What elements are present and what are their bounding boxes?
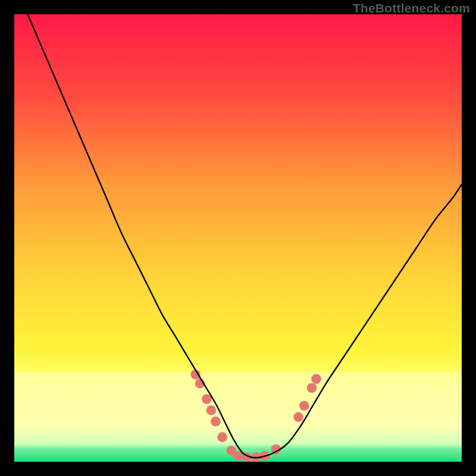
watermark-text: TheBottleneck.com — [353, 1, 470, 15]
highlight-dot — [293, 412, 303, 422]
highlight-dot — [311, 374, 321, 384]
bottleneck-chart — [14, 14, 462, 462]
highlight-dot — [202, 394, 212, 404]
highlight-dot — [211, 416, 221, 427]
highlight-dot — [206, 405, 217, 415]
highlight-dot — [299, 401, 309, 411]
gradient-background — [14, 14, 462, 462]
highlight-dot — [217, 432, 227, 442]
highlight-dot — [307, 383, 317, 393]
chart-frame — [14, 14, 462, 462]
